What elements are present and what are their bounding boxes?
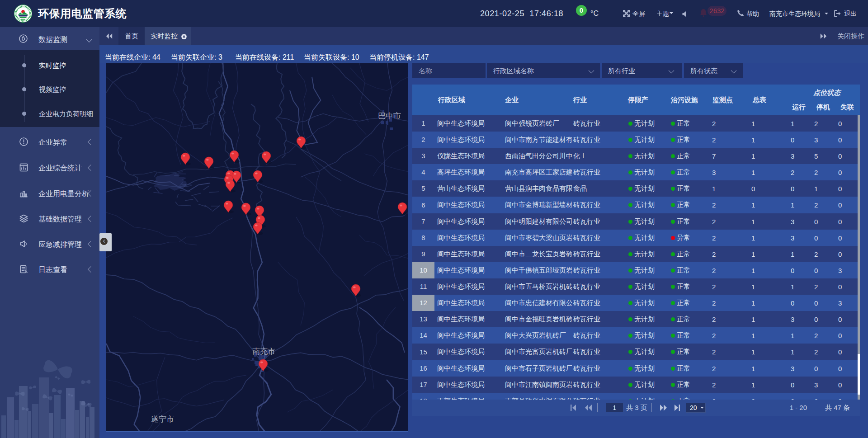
svg-text:南充市: 南充市 xyxy=(252,347,275,356)
svg-text:巴中市: 巴中市 xyxy=(378,112,401,120)
svg-text:遂宁市: 遂宁市 xyxy=(151,415,174,424)
